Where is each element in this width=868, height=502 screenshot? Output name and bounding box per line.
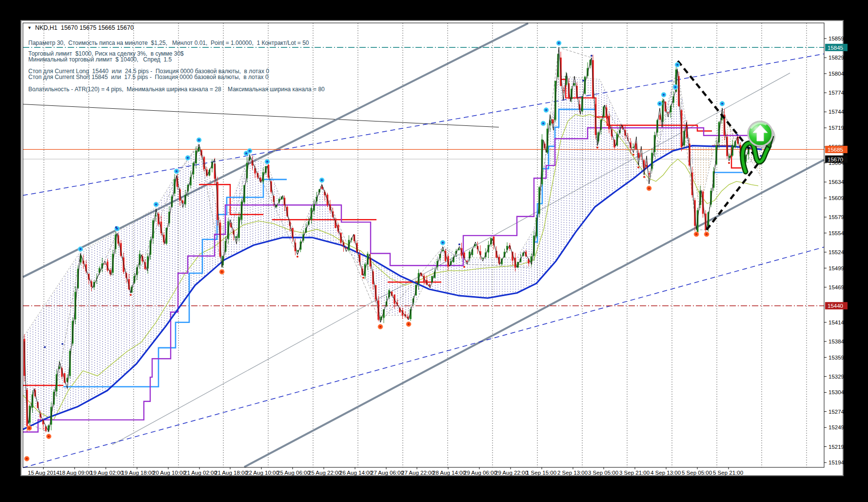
time-axis-label: 5 Sep 21:00 xyxy=(713,470,743,476)
terminal-window: 1585915829158041577415744157191568915664… xyxy=(0,0,868,502)
price-tick-label: 15609 xyxy=(829,195,844,201)
time-axis-label: 18 Aug 09:00 xyxy=(59,470,92,476)
chartreuse-ma-line xyxy=(23,115,758,420)
time-axis-label: 1 Sep 15:00 xyxy=(526,470,556,476)
minor-low-dot xyxy=(632,154,634,156)
price-tick-label: 15249 xyxy=(829,424,844,430)
price-tick-label: 15804 xyxy=(829,71,845,77)
price-tick-label: 15274 xyxy=(829,409,845,415)
symbol-ohlc-text: NKD,H1 15670 15675 15665 15670 xyxy=(35,24,134,31)
price-tick-label: 15719 xyxy=(829,125,844,131)
time-axis-label: 19 Aug 18:00 xyxy=(121,470,155,476)
time-axis-label: 2 Sep 13:00 xyxy=(557,470,588,476)
time-axis-label: 27 Aug 22:00 xyxy=(401,470,434,476)
price-tick-label: 15579 xyxy=(829,214,844,220)
price-badge-label: 15440 xyxy=(828,303,843,309)
time-axis-label: 29 Aug 22:00 xyxy=(495,470,528,476)
candles xyxy=(23,47,761,432)
symbol-ohlc-line[interactable]: ▼NKD,H1 15670 15675 15665 15670 xyxy=(27,24,134,31)
time-axis-label: 3 Sep 21:00 xyxy=(619,470,650,476)
time-axis-label: 20 Aug 10:00 xyxy=(153,470,186,476)
time-axis-label: 19 Aug 02:00 xyxy=(90,470,123,476)
price-badge-label: 15845 xyxy=(828,45,843,51)
price-tick-label: 15304 xyxy=(829,389,845,395)
minor-high-dot xyxy=(44,346,46,348)
price-tick-label: 15524 xyxy=(829,249,845,255)
minor-high-dot xyxy=(115,226,117,228)
zigzag-dashed-line xyxy=(28,47,761,432)
time-axis-label: 26 Aug 14:00 xyxy=(339,470,373,476)
price-tick-label: 15499 xyxy=(829,265,844,271)
price-tick-label: 15414 xyxy=(829,320,845,325)
minor-low-dot xyxy=(296,256,298,258)
symbol-dropdown-icon[interactable]: ▼ xyxy=(27,25,32,30)
minor-low-dot xyxy=(362,277,364,279)
price-axis[interactable]: 1585915829158041577415744157191568915664… xyxy=(824,36,848,465)
info-line-stop-short: Стоп для Current Short 15845 или 17.5 pi… xyxy=(28,74,269,80)
minor-high-dot xyxy=(582,80,584,81)
minor-low-dot xyxy=(728,162,730,164)
minor-low-dot xyxy=(596,147,598,149)
info-line-parameters: Параметр 30, Стоимость пипса на минлоте … xyxy=(28,40,309,46)
time-axis-label: 29 Aug 06:00 xyxy=(464,470,497,476)
time-axis-label: 4 Sep 13:00 xyxy=(651,470,681,476)
minor-high-dot xyxy=(591,55,592,57)
info-line-volatility: Волатильность - ATR(120) = 4 pips, Миним… xyxy=(28,86,325,93)
time-axis-label: 5 Sep 05:00 xyxy=(682,470,712,476)
time-axis-label: 15 Aug 2014 xyxy=(28,470,59,476)
price-tick-label: 15829 xyxy=(829,55,844,60)
minor-low-dot xyxy=(463,266,465,268)
time-axis[interactable]: 15 Aug 201418 Aug 09:0019 Aug 02:0019 Au… xyxy=(28,467,743,476)
price-tick-label: 15219 xyxy=(829,444,844,450)
price-tick-label: 15359 xyxy=(829,355,844,361)
time-axis-label: 27 Aug 06:00 xyxy=(371,470,404,476)
price-tick-label: 15469 xyxy=(829,284,844,290)
black-dashed-leg-down xyxy=(678,61,763,166)
minor-high-dot xyxy=(61,343,63,345)
price-tick-label: 15554 xyxy=(829,230,845,236)
time-axis-label: 3 Sep 05:00 xyxy=(588,470,618,476)
minor-low-dot xyxy=(643,176,645,178)
minor-low-dot xyxy=(130,294,132,296)
price-tick-label: 15774 xyxy=(829,90,845,96)
minor-high-dot xyxy=(736,134,738,136)
price-tick-label: 15634 xyxy=(829,179,845,185)
price-tick-label: 15859 xyxy=(829,36,844,41)
time-axis-label: 25 Aug 22:00 xyxy=(308,470,341,476)
info-line-min-limit: Минимальный торговый лимит $ 10400, Спре… xyxy=(28,56,172,63)
time-axis-label: 22 Aug 10:00 xyxy=(246,470,279,476)
price-tick-label: 15329 xyxy=(829,374,844,380)
price-badge-label: 15670 xyxy=(828,157,843,162)
minor-high-dot xyxy=(458,243,460,245)
price-tick-label: 15194 xyxy=(829,460,845,465)
minor-low-dot xyxy=(637,166,639,168)
time-axis-label: 28 Aug 14:00 xyxy=(433,470,466,476)
time-axis-label: 21 Aug 02:00 xyxy=(184,470,217,476)
price-tick-label: 15384 xyxy=(829,339,845,344)
price-tick-label: 15744 xyxy=(829,109,845,115)
price-badge-label: 15685 xyxy=(828,147,843,153)
time-axis-label: 21 Aug 18:00 xyxy=(215,470,248,476)
time-axis-label: 25 Aug 06:00 xyxy=(277,470,310,476)
